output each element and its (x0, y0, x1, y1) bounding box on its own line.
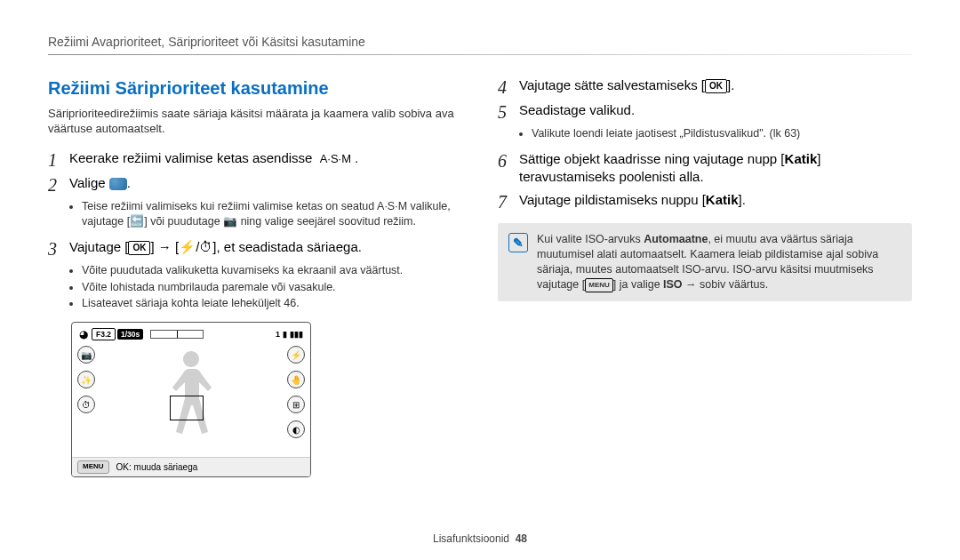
camera-screen-illustration: ◕ F3.2 1/30s 1 ▮ ▮▮▮ 📷 ✨ ⏱ ⚡ (71, 322, 311, 477)
battery-icon: ▮▮▮ (290, 329, 303, 340)
shutter-bold: Katik (706, 192, 739, 207)
quality-icon: ▮ (283, 329, 287, 340)
header-underline (48, 54, 912, 55)
ok-key-icon: OK (128, 241, 150, 255)
step-2-text: Valige (69, 175, 106, 190)
menu-key-icon: MENU (585, 278, 613, 292)
step-4-text-a: Vajutage sätte salvestamiseks [ (519, 77, 705, 92)
step-3-bullet-2: Võite lohistada numbrilauda paremale või… (82, 280, 462, 295)
step-1: 1 Keerake režiimi valimise ketas asendis… (48, 149, 462, 169)
step-6-text-a: Sättige objekt kaadrisse ning vajutage n… (519, 151, 785, 166)
timer-icon: ⏱ (77, 396, 95, 413)
focus-box (170, 396, 204, 420)
iso-icon: ◐ (287, 420, 305, 438)
step-7-text-b: ]. (739, 192, 746, 207)
af-icon: 🤚 (287, 371, 305, 388)
step-3-text-mid: ] → [ (150, 239, 179, 254)
step-number: 3 (48, 240, 69, 258)
note-bold-2: ISO (663, 278, 683, 291)
step-7-text-a: Vajutage pildistamiseks nuppu [ (519, 192, 706, 207)
step-3-text-end: ], et seadistada säriaega. (212, 239, 362, 254)
flash-timer-icon: ⚡/⏱ (179, 239, 212, 254)
step-3: 3 Vajutage [OK] → [⚡/⏱], et seadistada s… (48, 238, 462, 258)
shutter-bold: Katik (785, 151, 818, 166)
step-6: 6 Sättige objekt kaadrisse ning vajutage… (498, 150, 912, 187)
mode-icon (109, 178, 127, 190)
step-4: 4 Vajutage sätte salvestamiseks [OK]. (498, 76, 912, 96)
intro-text: Säriprioriteedirežiimis saate säriaja kä… (48, 106, 462, 137)
step-5: 5 Seadistage valikud. (498, 101, 912, 121)
breadcrumb: Režiimi Avaprioriteet, Säriprioriteet võ… (48, 34, 912, 51)
step-number: 6 (498, 152, 519, 170)
step-2-bullet-1: Teise režiimi valimiseks kui režiimi val… (82, 199, 462, 229)
screen-right-icons: ⚡ 🤚 ⊞ ◐ (287, 346, 305, 438)
step-2-bullets: Teise režiimi valimiseks kui režiimi val… (82, 199, 462, 229)
step-3-bullets: Võite puudutada valikuketta kuvamiseks k… (82, 263, 462, 312)
mode-dot-icon: ◕ (79, 327, 88, 341)
note-text-d: → sobiv väärtus. (683, 278, 769, 291)
shot-count: 1 (276, 329, 280, 340)
screen-topbar: ◕ F3.2 1/30s 1 ▮ ▮▮▮ (79, 328, 303, 340)
note-text-c: ] ja valige (613, 278, 663, 291)
step-number: 4 (498, 78, 519, 96)
note-icon: ✎ (508, 233, 528, 252)
effects-icon: ✨ (77, 371, 95, 388)
step-2-suffix: . (127, 175, 131, 190)
step-number: 7 (498, 193, 519, 211)
step-number: 2 (48, 176, 69, 194)
f-value: F3.2 (92, 328, 116, 340)
step-5-bullet-1: Valikute loendi leiate jaotisest „Pildis… (532, 126, 912, 141)
page-footer: Lisafunktsioonid 48 (0, 532, 960, 546)
note-text: Kui valite ISO-arvuks Automaatne, ei muu… (537, 232, 901, 292)
section-heading: Režiimi Säriprioriteet kasutamine (48, 76, 462, 100)
step-4-text-end: ]. (727, 77, 734, 92)
screen-bottom-bar: MENU OK: muuda säriaega (72, 457, 310, 476)
step-3-bullet-3: Lisateavet säriaja kohta leiate lehekülj… (82, 296, 462, 311)
step-5-text: Seadistage valikud. (519, 102, 635, 117)
flash-icon: ⚡ (287, 346, 305, 364)
ev-scale-icon (150, 330, 204, 339)
asm-icon: A·S·M (316, 153, 355, 165)
step-number: 1 (48, 151, 69, 169)
screen-top-right: 1 ▮ ▮▮▮ (276, 329, 303, 340)
step-1-suffix: . (355, 150, 358, 165)
step-3-text-a: Vajutage [ (69, 239, 128, 254)
footer-label: Lisafunktsioonid (433, 532, 509, 545)
drive-icon: 📷 (77, 346, 95, 364)
note-box: ✎ Kui valite ISO-arvuks Automaatne, ei m… (498, 223, 912, 301)
ok-key-icon: OK (705, 79, 727, 93)
page-number: 48 (516, 532, 527, 545)
step-1-text: Keerake režiimi valimise ketas asendisse (69, 150, 312, 165)
step-number: 5 (498, 103, 519, 121)
menu-button: MENU (77, 460, 109, 474)
screen-left-icons: 📷 ✨ ⏱ (77, 346, 95, 413)
note-text-a: Kui valite ISO-arvuks (537, 233, 644, 245)
step-5-bullets: Valikute loendi leiate jaotisest „Pildis… (532, 126, 912, 141)
step-7: 7 Vajutage pildistamiseks nuppu [Katik]. (498, 191, 912, 211)
step-2: 2 Valige . (48, 174, 462, 194)
step-3-bullet-1: Võite puudutada valikuketta kuvamiseks k… (82, 263, 462, 278)
shutter-value: 1/30s (117, 329, 143, 340)
screen-bottom-label: OK: muuda säriaega (116, 461, 198, 474)
wb-icon: ⊞ (287, 396, 305, 413)
note-bold-1: Automaatne (644, 233, 708, 245)
